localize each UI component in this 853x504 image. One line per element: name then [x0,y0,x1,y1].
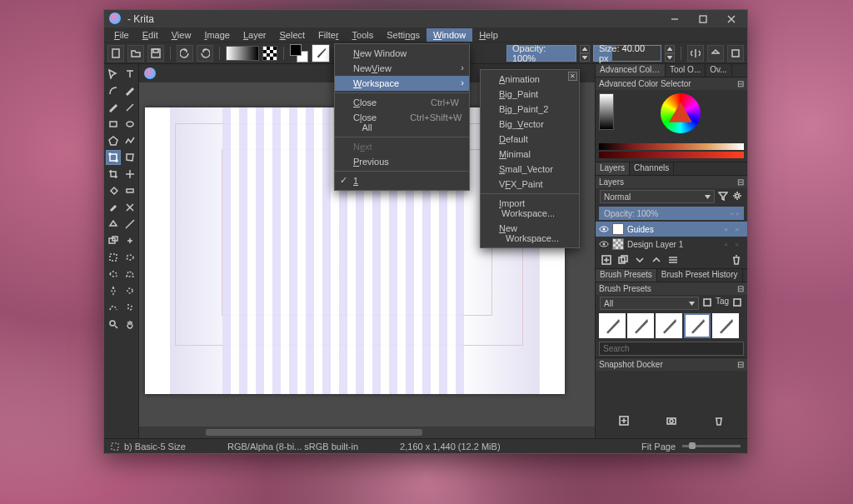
crop-tool[interactable] [106,167,121,182]
layer-opacity-slider[interactable]: Opacity: 100% ▫ ▫ [599,207,744,220]
brush-preset[interactable] [599,313,626,338]
workspace-big-paint[interactable]: Big_Paint [481,87,579,102]
poly-select-tool[interactable] [122,267,137,282]
ellipse-select-tool[interactable] [122,250,137,265]
polyline-tool[interactable] [122,133,137,148]
gradient-tool[interactable] [122,183,137,198]
similar-select-tool[interactable] [122,283,137,298]
pencil-tool[interactable] [106,100,121,115]
measure-tool[interactable] [122,217,137,232]
text-tool[interactable] [122,67,137,82]
shape-edit-tool[interactable] [106,83,121,98]
menu-help[interactable]: Help [472,28,505,42]
move-up-button[interactable] [651,254,662,266]
brush-preset[interactable] [712,313,739,338]
workspace-small-vector[interactable]: Small_Vector [481,162,579,177]
search-input[interactable] [599,342,744,356]
menu-filter[interactable]: Filter [312,28,345,42]
tab-layers[interactable]: Layers [596,162,630,175]
size-stepper[interactable] [665,45,675,62]
pan-tool[interactable] [122,317,137,332]
save-doc-button[interactable] [147,45,164,62]
tab-channels[interactable]: Channels [630,162,674,175]
lock-icons[interactable]: ▫ ▫ [731,209,739,218]
ellipse-tool[interactable] [122,117,137,132]
duplicate-layer-button[interactable] [617,254,629,266]
brush-preset[interactable] [627,313,654,338]
gradient-selector[interactable] [226,46,259,61]
brush-preset[interactable] [684,313,711,338]
calligraphy-tool[interactable] [122,83,137,98]
horizontal-scrollbar[interactable] [139,427,595,438]
close-button[interactable] [717,10,746,27]
layer-row[interactable]: Design Layer 1 ▫▫ [596,237,747,252]
menu-tools[interactable]: Tools [346,28,381,42]
zoom-mode-label[interactable]: Fit Page [641,442,676,452]
eye-icon[interactable] [599,239,609,249]
tab-advanced-color[interactable]: Advanced Color S... [596,64,666,77]
workspace-big-paint-2[interactable]: Big_Paint_2 [481,102,579,117]
color-selector[interactable] [596,90,747,143]
filter-icon[interactable] [717,190,729,202]
opacity-stepper[interactable] [580,45,590,62]
color-wheel[interactable] [661,93,701,133]
open-doc-button[interactable] [127,45,144,62]
grid-tool[interactable] [122,233,137,248]
menu-window[interactable]: Window [426,28,472,42]
delete-snapshot-button[interactable] [713,415,725,427]
rect-tool[interactable] [106,117,121,132]
menu-edit[interactable]: Edit [136,28,165,42]
workspace-import[interactable]: Import Workspace... [481,196,579,221]
menu-item-close[interactable]: CloseCtrl+W [335,95,469,110]
move-tool[interactable] [106,67,121,82]
menu-item-workspace[interactable]: Workspace [335,76,469,91]
layer-props-button[interactable] [667,254,679,266]
menu-image[interactable]: Image [197,28,237,42]
tag-icon[interactable] [701,297,713,308]
brush-preset-selector[interactable] [312,44,330,62]
size-slider[interactable]: Size: 40.00 px [593,45,661,62]
close-icon[interactable]: ⊟ [737,284,744,293]
maximize-button[interactable] [689,10,717,27]
menu-view[interactable]: View [165,28,198,42]
close-icon[interactable]: ⊟ [737,79,744,88]
delete-layer-button[interactable] [731,254,742,266]
menu-settings[interactable]: Settings [380,28,426,42]
close-icon[interactable]: ⊟ [737,177,744,187]
minimize-button[interactable] [661,10,689,27]
color-picker-tool[interactable] [106,200,121,215]
undo-button[interactable] [177,45,193,62]
fill-tool[interactable] [106,183,121,198]
transform-tool[interactable] [106,150,121,165]
add-layer-button[interactable] [601,254,612,266]
mirror-v-button[interactable] [707,45,724,62]
rect-select-tool[interactable] [106,250,121,265]
tag-menu-button[interactable] [731,297,743,308]
layer-row[interactable]: Guides ▫▫ [596,222,747,237]
menu-item-previous[interactable]: Previous [335,154,469,169]
camera-icon[interactable] [666,415,677,427]
brush-filter-combo[interactable]: All [600,297,699,310]
menu-select[interactable]: Select [273,28,312,42]
tab-overview[interactable]: Ov... [706,64,731,77]
wraparound-button[interactable] [727,45,744,62]
new-doc-button[interactable] [107,45,124,62]
document-tab-icon[interactable] [144,67,156,79]
tab-brush-history[interactable]: Brush Preset History [657,269,743,282]
bezier-select-tool[interactable] [106,300,121,315]
workspace-animation[interactable]: Animation [481,72,579,87]
blend-mode-combo[interactable]: Normal [600,190,715,203]
menu-item-new-view[interactable]: New View [335,61,469,76]
eye-icon[interactable] [599,224,609,234]
tab-tool-options[interactable]: Tool O... [666,64,706,77]
workspace-minimal[interactable]: Minimal [481,147,579,162]
assistant-tool[interactable] [106,217,121,232]
free-transform-tool[interactable] [122,150,137,165]
move-down-button[interactable] [634,254,646,266]
zoom-tool[interactable] [106,317,121,332]
color-value-bar[interactable] [599,93,614,130]
redo-button[interactable] [197,45,213,62]
workspace-vfx-paint[interactable]: VFX_Paint [481,177,579,192]
mirror-h-button[interactable] [687,45,704,62]
workspace-new[interactable]: New Workspace... [481,221,579,246]
